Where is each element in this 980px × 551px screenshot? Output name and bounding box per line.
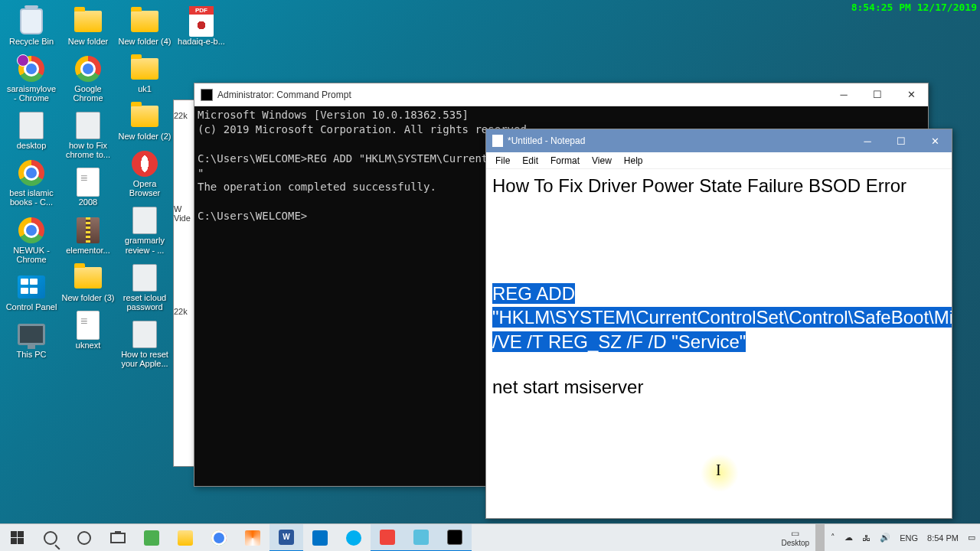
menu-format[interactable]: Format (544, 154, 586, 168)
desktop-icon-how-to-fix-chrome-to-[interactable]: how to Fix chrome to... (60, 110, 116, 161)
network-icon: 🖧 (862, 533, 871, 543)
taskbar-app-outlook[interactable] (303, 524, 337, 552)
desktop-icon-saraismylove-chrome[interactable]: saraismylove - Chrome (3, 54, 60, 104)
desktop-icon-label: desktop (17, 141, 47, 150)
chrome-icon (16, 159, 47, 187)
notepad-text-area[interactable]: How To Fix Driver Power State Failure BS… (486, 169, 952, 518)
thispc-icon (16, 321, 47, 348)
cloud-icon: ☁ (844, 533, 853, 543)
tray-onedrive[interactable]: ☁ (840, 524, 858, 551)
desktop-icon-label: New folder (68, 37, 109, 46)
notepad-selected-text: REG ADD "HKLM\SYSTEM\CurrentControlSet\C… (492, 283, 952, 351)
tray-chevron-up[interactable]: ˄ (826, 524, 840, 551)
desktop-icon-how-to-reset-your-apple-[interactable]: How to reset your Apple... (116, 319, 173, 370)
pdf-icon (186, 8, 217, 35)
generic-icon (129, 264, 160, 292)
cmd-icon (201, 89, 213, 101)
menu-file[interactable]: File (489, 154, 516, 168)
bin-icon (16, 8, 47, 35)
desktop-icon-control-panel[interactable]: Control Panel (3, 272, 60, 313)
desktop-icon-label: saraismylove - Chrome (5, 84, 58, 103)
cortana-icon (77, 531, 91, 545)
tray-language[interactable]: ENG (895, 524, 923, 551)
word-icon: W (279, 530, 294, 545)
cmd-taskbar-icon (447, 530, 462, 545)
desktop-icon-new-folder-2-[interactable]: New folder (2) (116, 101, 173, 142)
desktop-icon-google-chrome[interactable]: Google Chrome (60, 54, 116, 104)
desktop-icon-best-islamic-books-c-[interactable]: best islamic books - C... (3, 158, 60, 208)
folder-icon (73, 264, 103, 292)
desktop-icon-grammarly-review-[interactable]: grammarly review - ... (116, 205, 173, 256)
taskbar-search-button[interactable] (34, 524, 67, 552)
explorer-icon (178, 530, 193, 546)
notepad-menubar: FileEditFormatViewHelp (486, 152, 952, 169)
cmd-close-button[interactable]: ✕ (894, 83, 928, 106)
taskbar-app-camtasia[interactable] (135, 524, 168, 552)
desktop-icon-elementor-[interactable]: elementor... (60, 215, 116, 256)
desktop-icon-label: hadaiq-e-b... (178, 37, 225, 46)
taskbar-app-vlc[interactable] (236, 524, 270, 552)
notification-icon: ▭ (968, 533, 975, 543)
desktop-icon-label: reset icloud password (118, 293, 172, 311)
notepad-window[interactable]: *Untitled - Notepad ─ ☐ ✕ FileEditFormat… (485, 129, 952, 519)
desktop-icon-uknext[interactable]: uknext (60, 310, 116, 351)
desktop-icon-label: Control Panel (6, 302, 57, 311)
desktop-icon-uk1[interactable]: uk1 (116, 54, 173, 95)
cortana-button[interactable] (67, 524, 101, 552)
desktop-icon-recycle-bin[interactable]: Recycle Bin (3, 6, 60, 47)
system-tray[interactable]: ▭ Desktop ˄ ☁ 🖧 🔊 ENG 8:54 PM ▭ (777, 524, 981, 551)
desktop-icon-this-pc[interactable]: This PC (3, 319, 60, 360)
desktop-icon-label: 2008 (79, 197, 97, 207)
notepad-minimize-button[interactable]: ─ (851, 129, 884, 152)
notepad-close-button[interactable]: ✕ (918, 129, 952, 152)
start-button[interactable] (0, 524, 34, 552)
desktop-icon-new-folder-4-[interactable]: New folder (4) (116, 6, 173, 47)
desktop-icon-desktop[interactable]: desktop (3, 110, 60, 152)
tray-notifications[interactable]: ▭ (963, 524, 980, 551)
desktop-icon-label: New folder (4) (118, 37, 171, 46)
taskbar-app-cmd[interactable] (438, 524, 472, 552)
desktop-icon-newuk-chrome[interactable]: NEWUK - Chrome (3, 215, 60, 266)
desktop-icon-opera-browser[interactable]: Opera Browser (116, 148, 173, 199)
desktop-icon-label: New folder (2) (118, 132, 171, 141)
task-view-button[interactable] (101, 524, 135, 552)
desktop-icon-reset-icloud-password[interactable]: reset icloud password (116, 262, 173, 313)
tray-volume[interactable]: 🔊 (875, 524, 895, 551)
desktop-icon-2008[interactable]: 2008 (60, 167, 116, 208)
speaker-icon: 🔊 (880, 533, 890, 543)
notepad-icon (492, 135, 503, 147)
desktop-icon-new-folder-3-[interactable]: New folder (3) (60, 262, 116, 304)
taskbar-app-chrome[interactable] (202, 524, 236, 552)
taskbar-app-word[interactable]: W (270, 524, 303, 552)
taskbar-app-notepad[interactable] (404, 524, 438, 552)
taskbar-app-anydesk[interactable] (371, 524, 404, 552)
cmd-title: Administrator: Command Prompt (217, 90, 351, 100)
menu-view[interactable]: View (586, 154, 618, 168)
tray-desktop-switcher[interactable]: ▭ Desktop (777, 524, 815, 551)
skype-icon (346, 530, 361, 546)
tray-network[interactable]: 🖧 (858, 524, 875, 551)
desktop-icon-label: How to reset your Apple... (118, 350, 172, 368)
folder-icon (129, 103, 160, 130)
desktop-icon-label: Google Chrome (61, 84, 115, 103)
folder-icon (73, 8, 103, 35)
generic-icon (73, 112, 103, 139)
menu-edit[interactable]: Edit (516, 154, 544, 168)
taskbar-app-explorer[interactable] (168, 524, 202, 552)
menu-help[interactable]: Help (618, 154, 649, 168)
notepad-maximize-button[interactable]: ☐ (884, 129, 918, 152)
notepad-titlebar[interactable]: *Untitled - Notepad ─ ☐ ✕ (486, 129, 952, 152)
desktop-icon-new-folder[interactable]: New folder (60, 6, 116, 47)
taskbar[interactable]: W ▭ Desktop ˄ ☁ 🖧 🔊 ENG 8:54 PM ▭ (0, 523, 980, 551)
cmd-minimize-button[interactable]: ─ (827, 83, 861, 106)
vlc-icon (245, 530, 260, 546)
generic-icon (129, 321, 160, 348)
taskbar-app-skype[interactable] (337, 524, 371, 552)
desktop-icon-hadaiq-e-b-[interactable]: hadaiq-e-b... (173, 6, 230, 47)
cmd-maximize-button[interactable]: ☐ (861, 83, 894, 106)
cmd-titlebar[interactable]: Administrator: Command Prompt ─ ☐ ✕ (194, 83, 928, 106)
screen-clock-overlay: 8:54:25 PM 12/17/2019 (851, 2, 977, 13)
notepad-title: *Untitled - Notepad (508, 135, 585, 146)
chrome-icon (211, 530, 227, 546)
tray-clock[interactable]: 8:54 PM (923, 524, 963, 551)
